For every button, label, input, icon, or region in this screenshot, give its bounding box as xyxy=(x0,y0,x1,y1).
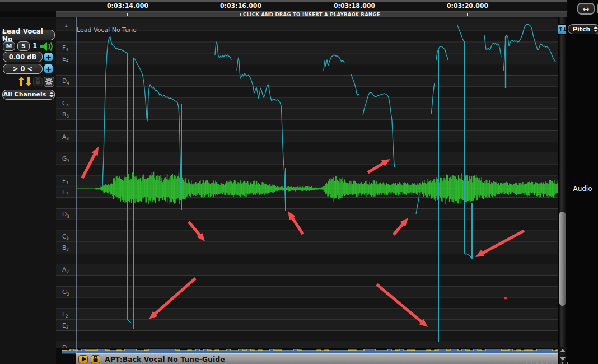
scrollbar-thumb[interactable] xyxy=(559,211,566,306)
audio-panel-label: Audio xyxy=(567,185,598,193)
svg-text:4: 4 xyxy=(65,24,68,29)
vertical-scrollbar[interactable] xyxy=(558,17,567,364)
timeline-timestamp: 0:03:18.000 xyxy=(321,2,388,10)
view-mode-dropdown[interactable]: Pitch xyxy=(568,24,598,34)
track-control-sidebar: Lead Vocal No M S 1 0.00 dB + > 0 < + xyxy=(0,17,56,364)
play-icon xyxy=(82,356,86,362)
lock-icon xyxy=(35,78,41,85)
track-name-button[interactable]: Lead Vocal No xyxy=(2,30,55,40)
vertical-zoom-button[interactable]: ↑↓ xyxy=(558,24,567,35)
apt-track-label: APT:Back Vocal No Tune-Guide xyxy=(105,355,225,363)
bottom-ruler-ticks xyxy=(526,362,598,364)
view-mode-spinner-icon xyxy=(594,26,598,32)
gain-add-button[interactable]: + xyxy=(44,52,53,62)
playback-range-hint-bar[interactable]: CLICK AND DRAG TO INSERT A PLAYBACK RANG… xyxy=(56,11,567,17)
clip-name-label: Lead Vocal No Tune xyxy=(77,26,137,34)
settings-button[interactable] xyxy=(44,77,54,87)
triangle-up-icon xyxy=(560,349,566,352)
threshold-add-button[interactable]: + xyxy=(44,64,53,73)
mute-button[interactable]: M xyxy=(3,41,15,51)
view-mode-label: Pitch xyxy=(573,26,590,33)
lock-icon xyxy=(92,356,99,362)
timeline-ruler[interactable]: 0:03:14.0000:03:16.0000:03:18.0000:03:20… xyxy=(0,2,567,11)
gear-icon xyxy=(45,78,53,85)
timeline-tick xyxy=(354,13,355,16)
apt-play-button[interactable] xyxy=(78,355,88,363)
horizontal-zoom-button[interactable]: ↔ xyxy=(577,3,595,15)
gain-value-button[interactable]: 0.00 dB xyxy=(3,52,43,62)
timeline-tick xyxy=(467,13,468,16)
channel-selector-spinner-icon xyxy=(49,92,54,97)
triangle-down-icon xyxy=(560,357,566,361)
apt-lock-button[interactable] xyxy=(91,355,100,363)
timeline-timestamp: 0:03:20.000 xyxy=(434,2,501,10)
channel-number: 1 xyxy=(32,42,37,50)
pitch-plot: 4F4E4D4C4B3A3G3F3E3D3C3B2A2G2F2E2D2 xyxy=(56,17,567,364)
timeline-timestamp: 0:03:14.000 xyxy=(94,2,161,10)
timeline-tick xyxy=(127,13,128,16)
threshold-button[interactable]: > 0 < xyxy=(3,64,43,74)
pitch-editor-window: 0:03:14.0000:03:16.0000:03:18.0000:03:20… xyxy=(0,0,598,364)
scroll-up-button[interactable] xyxy=(559,347,566,354)
timeline-tick xyxy=(240,13,241,16)
lock-button[interactable] xyxy=(33,77,43,86)
timeline-timestamp: 0:03:16.000 xyxy=(207,2,274,10)
pitch-editor-canvas[interactable]: 4F4E4D4C4B3A3G3F3E3D3C3B2A2G2F2E2D2 xyxy=(56,17,567,364)
channel-selector-label: All Channels xyxy=(3,91,46,98)
apt-guide-track-bar[interactable]: APT:Back Vocal No Tune-Guide xyxy=(76,353,558,364)
sort-arrows-icon[interactable] xyxy=(18,76,32,87)
solo-button[interactable]: S xyxy=(17,41,30,51)
red-dot-annotation xyxy=(504,297,507,299)
channel-selector[interactable]: All Channels xyxy=(2,90,55,100)
speaker-icon[interactable] xyxy=(39,40,54,53)
right-audio-panel xyxy=(567,0,598,364)
